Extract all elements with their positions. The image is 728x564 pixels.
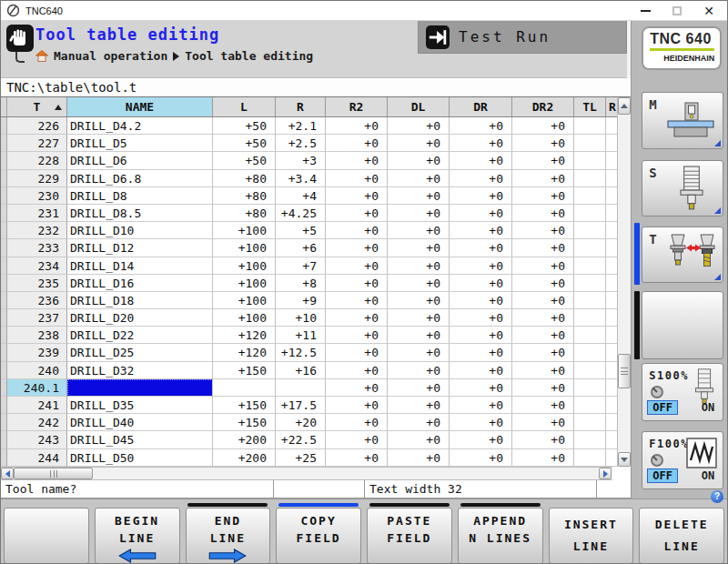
- table-cell-dl[interactable]: +0: [388, 397, 450, 414]
- softkey-copy-field[interactable]: COPYFIELD: [276, 508, 361, 564]
- table-cell-name[interactable]: DRILL_D20: [67, 309, 213, 327]
- table-cell-dr2[interactable]: +0: [512, 431, 574, 448]
- column-header-tl[interactable]: TL: [574, 97, 606, 116]
- table-cell-dr2[interactable]: +0: [512, 152, 574, 169]
- table-cell-name[interactable]: DRILL_D12: [67, 239, 213, 257]
- spindle-on-label[interactable]: ON: [702, 401, 714, 414]
- spindle-override-panel[interactable]: S100% OFF ON: [642, 363, 723, 421]
- row-number-cell[interactable]: 243: [7, 431, 67, 448]
- table-cell-dr2[interactable]: +0: [512, 170, 574, 187]
- table-cell-dr[interactable]: +0: [450, 292, 512, 309]
- table-cell-r[interactable]: +4: [276, 187, 326, 205]
- table-cell-r2[interactable]: +0: [326, 362, 388, 379]
- tab-test-run[interactable]: Test Run: [418, 21, 627, 54]
- table-cell-name[interactable]: DRILL_D18: [67, 292, 213, 309]
- row-number-cell[interactable]: 238: [7, 327, 67, 344]
- table-cell-r[interactable]: +5: [276, 222, 326, 239]
- table-cell-dl[interactable]: +0: [388, 379, 450, 397]
- table-cell-r[interactable]: +6: [276, 239, 326, 257]
- table-cell-dr[interactable]: +0: [450, 397, 512, 414]
- table-cell-dr2[interactable]: +0: [512, 239, 574, 257]
- table-cell-name[interactable]: [67, 379, 213, 397]
- row-number-cell[interactable]: 240: [7, 362, 67, 379]
- table-cell-dr[interactable]: +0: [450, 205, 512, 222]
- table-cell-r2[interactable]: +0: [326, 239, 388, 257]
- feed-override-panel[interactable]: F100% OFF ON: [642, 431, 723, 489]
- table-cell-name[interactable]: DRILL_D25: [67, 344, 213, 361]
- table-cell-dl[interactable]: +0: [388, 187, 450, 205]
- table-cell-r2[interactable]: +0: [326, 431, 388, 448]
- table-cell-r[interactable]: +3: [276, 152, 326, 169]
- softkey-delete-line[interactable]: DELETELINE: [639, 508, 724, 564]
- table-cell-tl[interactable]: [574, 135, 606, 152]
- table-cell-l[interactable]: +150: [213, 414, 276, 431]
- table-cell-l[interactable]: [213, 379, 276, 397]
- table-cell-dl[interactable]: +0: [388, 239, 450, 257]
- table-cell-tl[interactable]: [574, 309, 606, 327]
- table-cell-tl[interactable]: [574, 362, 606, 379]
- table-cell-name[interactable]: DRILL_D14: [67, 257, 213, 275]
- scroll-up-button[interactable]: [618, 97, 631, 115]
- table-cell-r2[interactable]: +0: [326, 292, 388, 309]
- row-number-cell[interactable]: 230: [7, 187, 67, 205]
- row-number-cell[interactable]: 228: [7, 152, 67, 169]
- table-cell-tl[interactable]: [574, 414, 606, 431]
- table-cell-dr2[interactable]: +0: [512, 344, 574, 361]
- table-cell-r2[interactable]: +0: [326, 379, 388, 397]
- softkey-insert-line[interactable]: INSERTLINE: [549, 508, 634, 564]
- table-cell-tl[interactable]: [574, 222, 606, 239]
- table-cell-l[interactable]: +100: [213, 292, 276, 309]
- row-number-cell[interactable]: 226: [7, 117, 67, 135]
- minimize-button[interactable]: [641, 10, 651, 12]
- column-header-dl[interactable]: DL: [388, 97, 450, 116]
- table-cell-name[interactable]: DRILL_D50: [67, 449, 213, 467]
- table-cell-r[interactable]: +11: [276, 327, 326, 344]
- table-cell-dr[interactable]: +0: [450, 414, 512, 431]
- table-cell-dl[interactable]: +0: [388, 222, 450, 239]
- vertical-scrollbar[interactable]: [617, 97, 631, 467]
- close-button[interactable]: ✕: [703, 5, 714, 17]
- table-cell-l[interactable]: +100: [213, 239, 276, 257]
- table-cell-name[interactable]: DRILL_D16: [67, 275, 213, 292]
- column-header-dr2[interactable]: DR2: [512, 97, 574, 116]
- table-cell-l[interactable]: +100: [213, 257, 276, 275]
- softkey-end-line[interactable]: ENDLINE: [186, 508, 271, 564]
- table-cell-tl[interactable]: [574, 449, 606, 467]
- table-cell-r[interactable]: +16: [276, 362, 326, 379]
- mode-button-empty[interactable]: [642, 291, 723, 359]
- table-cell-tl[interactable]: [574, 205, 606, 222]
- table-cell-r2[interactable]: +0: [326, 327, 388, 344]
- table-cell-dr[interactable]: +0: [450, 379, 512, 397]
- table-cell-dl[interactable]: +0: [388, 362, 450, 379]
- table-cell-dr2[interactable]: +0: [512, 135, 574, 152]
- table-cell-dl[interactable]: +0: [388, 170, 450, 187]
- scroll-right-button[interactable]: [599, 468, 612, 479]
- table-cell-dr2[interactable]: +0: [512, 275, 574, 292]
- table-cell-dr2[interactable]: +0: [512, 327, 574, 344]
- table-cell-r[interactable]: +17.5: [276, 397, 326, 414]
- table-cell-r2[interactable]: +0: [326, 309, 388, 327]
- table-cell-r2[interactable]: +0: [326, 449, 388, 467]
- table-cell-r[interactable]: +4.25: [276, 205, 326, 222]
- maximize-button[interactable]: [672, 6, 682, 15]
- mode-button-tool-table[interactable]: T: [642, 227, 723, 283]
- table-cell-dr[interactable]: +0: [450, 187, 512, 205]
- spindle-off-badge[interactable]: OFF: [647, 400, 678, 415]
- table-cell-name[interactable]: DRILL_D4.2: [67, 117, 213, 135]
- table-cell-l[interactable]: +200: [213, 449, 276, 467]
- feed-on-label[interactable]: ON: [702, 469, 714, 482]
- table-cell-l[interactable]: +50: [213, 135, 276, 152]
- table-cell-r2[interactable]: +0: [326, 205, 388, 222]
- table-cell-r2[interactable]: +0: [326, 170, 388, 187]
- table-cell-dl[interactable]: +0: [388, 414, 450, 431]
- table-cell-dl[interactable]: +0: [388, 257, 450, 275]
- table-cell-r[interactable]: +25: [276, 449, 326, 467]
- column-header-l[interactable]: L: [213, 97, 276, 116]
- table-cell-name[interactable]: DRILL_D32: [67, 362, 213, 379]
- table-cell-l[interactable]: +80: [213, 205, 276, 222]
- table-cell-r2[interactable]: +0: [326, 222, 388, 239]
- row-number-cell[interactable]: 240.1: [7, 379, 67, 397]
- table-cell-dr2[interactable]: +0: [512, 222, 574, 239]
- table-cell-dr[interactable]: +0: [450, 362, 512, 379]
- table-cell-dr[interactable]: +0: [450, 239, 512, 257]
